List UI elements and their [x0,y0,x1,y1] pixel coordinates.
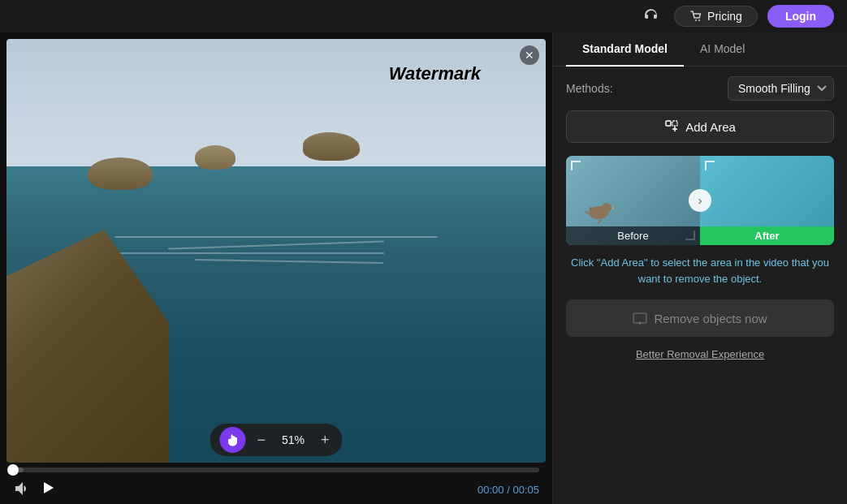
cursor-tool-button[interactable] [219,427,245,453]
close-button[interactable]: ✕ [520,45,539,65]
video-container: ✕ Watermark − 51% + [6,39,546,463]
volume-button[interactable] [13,481,28,499]
progress-thumb [7,464,19,476]
add-area-label: Add Area [685,120,736,134]
play-icon [41,480,55,495]
sky-layer [6,39,546,187]
zoom-value: 51% [277,433,309,446]
tab-standard-model[interactable]: Standard Model [566,32,684,67]
svg-rect-4 [672,121,677,126]
wave-line [195,259,383,264]
headset-button[interactable] [638,3,664,29]
after-corner-tl [705,161,715,170]
wave-line [88,252,384,254]
island-1 [88,157,153,190]
svg-point-0 [695,19,697,21]
preview-arrow: › [689,189,711,212]
main-content: ✕ Watermark − 51% + [0,32,847,504]
methods-select[interactable]: Smooth Filling Edge Filling Solid Color [728,76,834,101]
progress-bar[interactable] [13,467,539,472]
login-button[interactable]: Login [767,5,834,28]
svg-point-8 [602,203,611,213]
time-display: 00:00 / 00:05 [478,484,539,496]
after-label: After [700,226,834,245]
wave-line [115,236,438,238]
watermark-text: Watermark [389,63,481,84]
left-panel: ✕ Watermark − 51% + [0,32,552,504]
hand-cursor-icon [226,433,239,446]
add-area-button[interactable]: Add Area [566,110,834,143]
pricing-label: Pricing [707,10,742,23]
video-controls: 00:00 / 00:05 [0,463,552,504]
svg-point-1 [698,19,700,21]
time-current: 00:00 [478,484,504,496]
hint-text: Click "Add Area" to select the area in t… [553,255,847,296]
play-button[interactable] [41,480,55,499]
video-scene [6,39,546,463]
right-panel: Standard Model AI Model Methods: Smooth … [552,32,847,504]
time-total: 00:05 [512,484,539,496]
close-icon: ✕ [525,49,534,62]
methods-label: Methods: [566,82,613,95]
svg-rect-3 [666,121,671,126]
controls-row: 00:00 / 00:05 [13,480,539,499]
zoom-controls: − 51% + [210,424,342,456]
remove-objects-button[interactable]: Remove objects now [566,299,834,337]
login-label: Login [785,10,816,23]
island-3 [303,132,360,161]
zoom-plus-button[interactable]: + [318,432,333,449]
methods-row: Methods: Smooth Filling Edge Filling Sol… [553,67,847,110]
tabs-row: Standard Model AI Model [553,32,847,67]
bird-silhouette [582,196,615,225]
tab-ai-model[interactable]: AI Model [684,32,761,67]
volume-icon [13,481,28,496]
svg-marker-2 [44,482,54,493]
better-removal-anchor[interactable]: Better Removal Experience [636,348,764,360]
preview-labels: Before After [566,226,834,245]
before-label: Before [566,226,700,245]
add-area-icon [664,119,679,134]
pricing-button[interactable]: Pricing [674,6,758,27]
zoom-minus-button[interactable]: − [253,432,269,449]
cart-icon [689,10,702,23]
better-removal-link: Better Removal Experience [553,343,847,364]
top-nav: Pricing Login [0,0,847,32]
wave-line [168,240,384,249]
headset-icon [642,7,660,25]
before-corner-tl [571,161,581,170]
island-2 [195,145,236,170]
preview-container: › Before After [566,156,834,245]
remove-objects-label: Remove objects now [654,312,767,325]
remove-objects-icon [633,311,647,325]
